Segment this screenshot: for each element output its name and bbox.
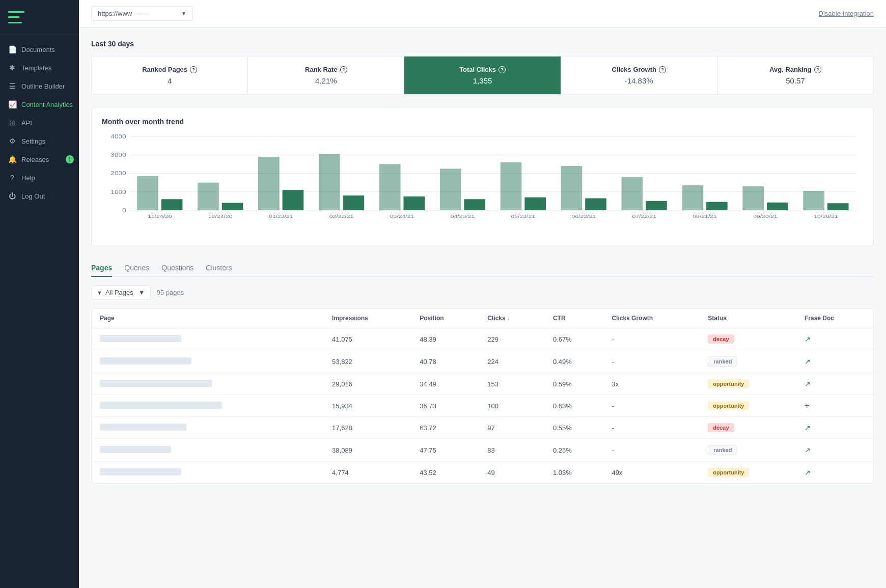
- cell-frase-doc: ↗: [796, 439, 873, 462]
- svg-rect-34: [622, 177, 643, 210]
- metric-total-clicks[interactable]: Total Clicks ? 1,355: [404, 57, 561, 94]
- page-url-blurred: [100, 468, 181, 475]
- page-url-blurred: [100, 402, 222, 409]
- frase-doc-link[interactable]: ↗: [805, 335, 811, 343]
- filter-row: ▼ All Pages ▼ 95 pages: [91, 285, 874, 300]
- url-text: https://www: [98, 10, 132, 17]
- settings-icon: ⚙: [8, 137, 16, 145]
- cell-position: 48.39: [411, 328, 479, 350]
- sidebar-label: Content Analytics: [21, 101, 72, 108]
- info-icon[interactable]: ?: [499, 66, 506, 73]
- cell-impressions: 41,075: [324, 328, 411, 350]
- sidebar-item-templates[interactable]: ✱Templates: [0, 59, 79, 77]
- info-icon[interactable]: ?: [190, 66, 197, 73]
- cell-frase-doc: ↗: [796, 373, 873, 395]
- status-badge: decay: [708, 334, 734, 344]
- col-header-clicks[interactable]: Clicks ↓: [479, 309, 545, 328]
- sidebar-item-content-analytics[interactable]: 📈Content Analytics: [0, 95, 79, 114]
- col-header-frase-doc: Frase Doc: [796, 309, 873, 328]
- metric-clicks-growth[interactable]: Clicks Growth ? -14.83%: [561, 57, 717, 94]
- tab-clusters[interactable]: Clusters: [206, 259, 232, 277]
- sidebar-label: Settings: [21, 137, 45, 145]
- svg-text:3000: 3000: [110, 152, 126, 158]
- svg-text:09/20/21: 09/20/21: [753, 214, 778, 219]
- svg-rect-20: [343, 195, 365, 210]
- disable-integration-link[interactable]: Disable Integration: [819, 10, 874, 17]
- url-selector[interactable]: https://www ········ ▼: [91, 6, 193, 21]
- info-icon[interactable]: ?: [659, 66, 666, 73]
- metric-value: 4: [102, 76, 237, 85]
- page-url-blurred: [100, 357, 191, 365]
- chevron-down-icon: ▼: [139, 289, 145, 296]
- chart-area: 4000300020001000011/24/2012/24/2001/23/2…: [102, 134, 863, 236]
- frase-doc-link[interactable]: ↗: [805, 380, 811, 388]
- cell-ctr: 0.55%: [545, 417, 603, 439]
- svg-text:01/23/21: 01/23/21: [269, 214, 293, 219]
- metric-avg-ranking[interactable]: Avg. Ranking ? 50.57: [717, 57, 873, 94]
- metric-rank-rate[interactable]: Rank Rate ? 4.21%: [248, 57, 404, 94]
- sidebar-item-settings[interactable]: ⚙Settings: [0, 132, 79, 150]
- svg-rect-17: [283, 190, 304, 210]
- sidebar-label: Help: [21, 174, 35, 182]
- sidebar-item-help[interactable]: ?Help: [0, 169, 79, 187]
- svg-text:2000: 2000: [110, 171, 126, 177]
- topbar: https://www ········ ▼ Disable Integrati…: [79, 0, 886, 27]
- frase-doc-add[interactable]: +: [805, 401, 809, 410]
- sidebar-item-releases[interactable]: 🔔Releases1: [0, 150, 79, 169]
- chevron-down-icon: ▼: [181, 11, 186, 16]
- info-icon[interactable]: ?: [814, 66, 821, 73]
- cell-impressions: 53,822: [324, 350, 411, 373]
- tab-queries[interactable]: Queries: [124, 259, 149, 277]
- page-url-blurred: [100, 335, 181, 342]
- sidebar-label: API: [21, 119, 32, 127]
- metric-title: Clicks Growth ?: [571, 66, 707, 73]
- templates-icon: ✱: [8, 64, 16, 72]
- cell-clicks_growth: -: [603, 328, 700, 350]
- cell-impressions: 29,016: [324, 373, 411, 395]
- col-header-position: Position: [411, 309, 479, 328]
- sidebar-item-outline-builder[interactable]: ☰Outline Builder: [0, 77, 79, 95]
- metric-value: 1,355: [414, 76, 550, 85]
- frase-doc-link[interactable]: ↗: [805, 357, 811, 366]
- tab-questions[interactable]: Questions: [161, 259, 193, 277]
- sidebar-item-documents[interactable]: 📄Documents: [0, 40, 79, 59]
- cell-clicks_growth: -: [603, 439, 700, 462]
- cell-position: 40.78: [411, 350, 479, 373]
- info-icon[interactable]: ?: [340, 66, 347, 73]
- outline-builder-icon: ☰: [8, 82, 16, 90]
- sidebar-label: Log Out: [21, 192, 45, 200]
- sidebar-item-logout[interactable]: ⏻Log Out: [0, 187, 79, 205]
- filter-select[interactable]: ▼ All Pages ▼: [91, 285, 151, 300]
- frase-doc-link[interactable]: ↗: [805, 446, 811, 454]
- cell-position: 34.49: [411, 373, 479, 395]
- sidebar-label: Documents: [21, 46, 55, 53]
- cell-frase-doc: ↗: [796, 417, 873, 439]
- table-row: 38,08947.75830.25%-ranked↗: [92, 439, 873, 462]
- frase-doc-link[interactable]: ↗: [805, 424, 811, 432]
- table-row: 4,77443.52491.03%49xopportunity↗: [92, 462, 873, 484]
- svg-text:0: 0: [122, 208, 126, 214]
- metric-title: Ranked Pages ?: [102, 66, 237, 73]
- col-header-clicks-growth: Clicks Growth: [603, 309, 700, 328]
- col-header-page: Page: [92, 309, 324, 328]
- metric-ranked-pages[interactable]: Ranked Pages ? 4: [92, 57, 248, 94]
- svg-rect-26: [464, 199, 485, 210]
- tab-pages[interactable]: Pages: [91, 259, 112, 277]
- cell-status: opportunity: [700, 395, 796, 417]
- filter-icon: ▼: [97, 290, 102, 296]
- svg-rect-10: [137, 176, 158, 210]
- svg-text:05/23/21: 05/23/21: [511, 214, 536, 219]
- page-url-cell: [92, 462, 324, 484]
- api-icon: ⊞: [8, 119, 16, 127]
- cell-impressions: 15,934: [324, 395, 411, 417]
- status-badge: opportunity: [708, 379, 749, 388]
- cell-clicks: 100: [479, 395, 545, 417]
- svg-rect-28: [501, 162, 522, 210]
- frase-doc-link[interactable]: ↗: [805, 468, 811, 477]
- cell-ctr: 0.59%: [545, 373, 603, 395]
- svg-rect-23: [403, 197, 425, 210]
- svg-rect-40: [742, 186, 764, 210]
- svg-text:12/24/20: 12/24/20: [208, 214, 233, 219]
- cell-frase-doc: +: [796, 395, 873, 417]
- sidebar-item-api[interactable]: ⊞API: [0, 114, 79, 132]
